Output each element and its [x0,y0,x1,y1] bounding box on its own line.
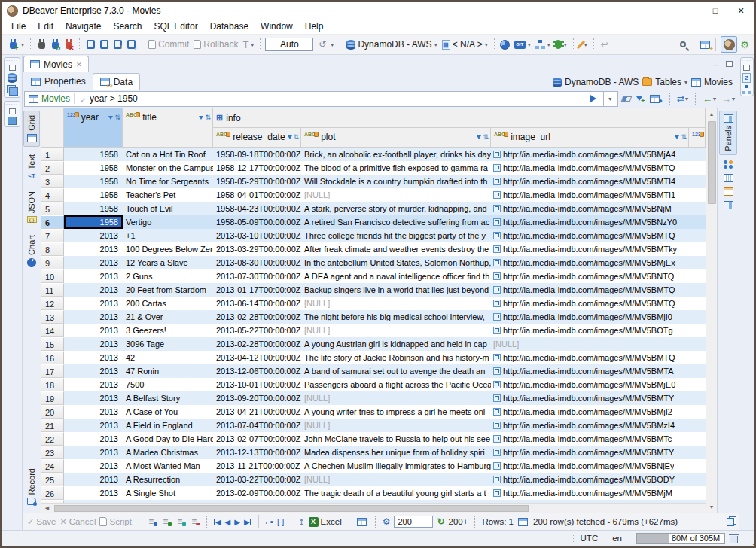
menu-item[interactable]: SQL Editor [148,20,203,33]
row-number-cell[interactable]: 26 [41,486,64,500]
cell-year[interactable]: 2013 [64,337,123,351]
table-row[interactable]: 11 2013 20 Feet from Stardom 2013-01-17T… [41,283,706,297]
filter-icon[interactable] [675,135,679,139]
tab-properties[interactable]: Properties [24,73,93,90]
cell-image-url[interactable]: http://ia.media-imdb.com/images/M/MV5BMj… [491,256,706,269]
cell-year[interactable]: 1958 [64,175,123,188]
tab-chart[interactable]: Chart [23,230,40,272]
grid-corner-cell[interactable] [41,108,64,148]
cell-year[interactable]: 2013 [64,405,123,419]
caret-down-icon[interactable]: ▾ [21,41,24,48]
delete-row-icon[interactable]: ≡ [189,516,200,527]
vertical-scroll-thumb[interactable] [708,121,716,204]
row-number-cell[interactable]: 25 [41,473,64,486]
row-number-cell[interactable]: 11 [41,283,64,297]
cell-image-url[interactable]: http://ia.media-imdb.com/images/M/MV5BMT… [491,446,706,459]
filter-query-input[interactable]: year > 1950 [90,93,584,104]
tab-grid[interactable]: Grid [23,111,40,147]
cell-plot[interactable]: [NULL] [301,188,491,202]
minimize-editor-icon[interactable]: ─ [713,61,718,69]
table-row[interactable]: 12 2013 200 Cartas 2013-06-14T00:00:00Z … [41,297,706,310]
cell-plot[interactable]: A band of samurai set out to avenge the … [301,364,491,378]
cell-title[interactable]: A Resurrection [123,473,213,486]
cell-release-date[interactable]: 1958-04-01T00:00:00Z [213,188,301,202]
link-icon[interactable] [493,462,501,470]
link-icon[interactable] [493,300,501,307]
cell-plot[interactable]: A DEA agent and a naval intelligence off… [301,269,491,283]
cell-release-date[interactable]: 2013-02-28T00:00:00Z [213,310,301,324]
tab-movies[interactable]: Movies ✕ [23,56,89,72]
link-icon[interactable] [493,408,501,416]
cell-plot[interactable]: Madea dispenses her unique form of holid… [301,446,491,459]
column-header-title[interactable]: ABC title ⇅ [123,108,213,148]
table-row[interactable]: 18 2013 7500 2013-10-01T00:00:00Z Passen… [41,378,706,391]
cell-title[interactable]: A Good Day to Die Hard [123,432,213,446]
table-row[interactable]: 3 1958 No Time for Sergeants 1958-05-29T… [41,175,706,188]
cell-release-date[interactable]: 2013-04-12T00:00:00Z [213,351,301,364]
calc-panel-icon[interactable] [724,174,733,182]
link-icon[interactable] [493,232,501,239]
cell-year[interactable]: 2013 [64,364,123,378]
cell-year[interactable]: 2013 [64,269,123,283]
cell-release-date[interactable]: 2013-03-29T00:00:00Z [213,242,301,256]
cell-image-url[interactable]: http://ia.media-imdb.com/images/M/MV5BOT… [491,324,706,337]
dbeaver-perspective-button[interactable] [721,36,737,53]
cell-plot[interactable]: [NULL] [301,473,491,486]
excel-export-button[interactable]: XExcel [309,517,342,527]
apply-filter-icon[interactable] [587,93,599,105]
tab-data[interactable]: Data [93,73,140,90]
cell-image-url[interactable]: http://ia.media-imdb.com/images/M/MV5BMT… [491,297,706,310]
new-connection-button[interactable]: +▾ [5,37,26,52]
minimize-button[interactable]: ─ [677,2,703,19]
cell-plot[interactable]: A young Austrian girl is kidnapped and h… [301,337,491,351]
scroll-down-icon[interactable]: ▼ [706,501,718,513]
grid-settings-icon[interactable] [356,516,368,528]
table-row[interactable]: 6 1958 Vertigo 1958-05-09T00:00:00Z A re… [41,215,706,229]
row-number-cell[interactable]: 22 [41,432,64,446]
disconnect-icon[interactable]: ✕ [62,38,75,50]
cell-year[interactable]: 2013 [64,297,123,310]
cell-title[interactable]: Cat on a Hot Tin Roof [123,148,213,161]
column-header-plot[interactable]: ABC plot ⇅ [301,128,491,148]
cell-title[interactable]: 47 Ronin [123,364,213,378]
link-icon[interactable] [493,151,501,158]
zoom-value-icon[interactable]: [ ] [277,517,284,526]
restore-view-icon[interactable] [743,65,750,71]
row-number-cell[interactable]: 20 [41,405,64,419]
toggle-record-icon[interactable]: ⌐▪ [266,517,273,526]
cell-release-date[interactable]: 2013-02-28T00:00:00Z [213,337,301,351]
cell-title[interactable]: 2 Guns [123,269,213,283]
cell-image-url[interactable]: http://ia.media-imdb.com/images/M/MV5BMT… [491,364,706,378]
hierarchy-view-icon[interactable] [742,85,751,94]
cell-release-date[interactable]: 2013-02-09T00:00:00Z [213,486,301,500]
link-icon[interactable] [493,164,501,172]
script-button[interactable]: Script [99,517,131,526]
fetch-more-label[interactable]: 200+ [449,517,468,526]
menu-item[interactable]: Edit [32,20,59,33]
row-number-cell[interactable]: 15 [41,337,64,351]
link-icon[interactable] [493,245,501,253]
table-row[interactable]: 26 2013 A Single Shot 2013-02-09T00:00:0… [41,486,706,500]
cell-title[interactable]: Teacher's Pet [123,188,213,202]
preferences-gear-icon[interactable]: ⚙ [739,38,751,50]
refresh-presentation-icon[interactable]: ⇄▾ [675,93,690,104]
nav-forward-icon[interactable]: →▾ [720,93,736,105]
cell-plot[interactable]: The tragic death of a beautiful young gi… [301,486,491,500]
cell-release-date[interactable]: 2013-03-22T00:00:00Z [213,473,301,486]
garbage-collect-icon[interactable] [730,536,738,543]
row-number-cell[interactable]: 17 [41,364,64,378]
row-number-cell[interactable]: 16 [41,351,64,364]
cell-year[interactable]: 2013 [64,486,123,500]
cell-plot[interactable]: Brick, an alcoholic ex-football player, … [301,148,491,161]
table-row[interactable]: 5 1958 Touch of Evil 1958-04-23T00:00:00… [41,202,706,215]
row-number-cell[interactable]: 8 [41,242,64,256]
tab-close-icon[interactable]: ✕ [76,61,82,68]
active-schema-combo[interactable]: ▤< N/A >▾ [440,38,489,51]
link-icon[interactable] [493,394,501,402]
breadcrumb-connection[interactable]: DynamoDB - AWS [553,77,639,87]
cell-title[interactable]: 100 Degrees Below Zero [123,242,213,256]
active-connection-combo[interactable]: DynamoDB - AWS▾ [345,38,438,51]
cell-image-url[interactable]: http://ia.media-imdb.com/images/M/MV5BMT… [491,432,706,446]
link-icon[interactable] [493,191,501,199]
horizontal-scrollbar[interactable]: ◀ [41,503,706,513]
